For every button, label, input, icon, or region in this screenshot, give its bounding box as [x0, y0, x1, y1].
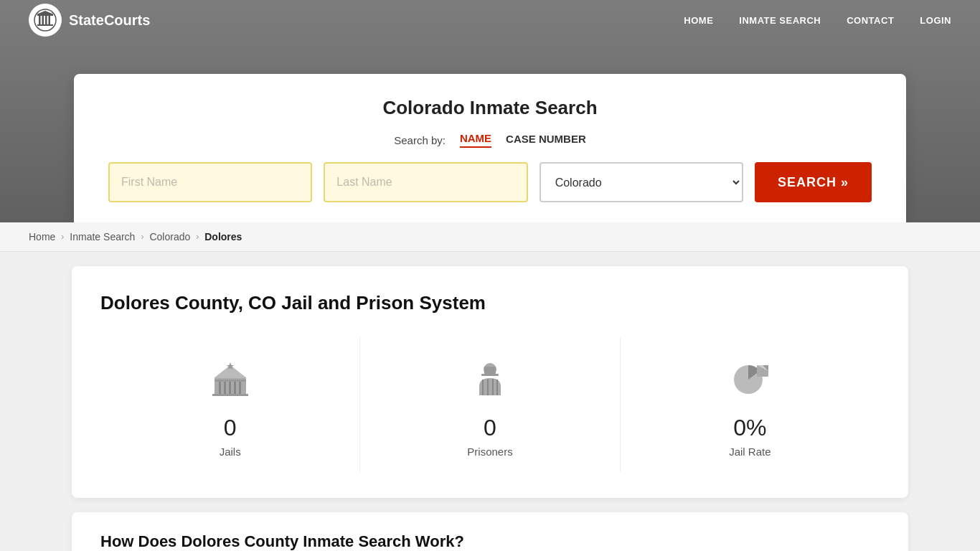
search-by-row: Search by: NAME CASE NUMBER: [108, 132, 872, 148]
nav-links: HOME INMATE SEARCH CONTACT LOGIN: [684, 15, 951, 26]
jail-rate-icon: [725, 354, 775, 405]
search-button[interactable]: SEARCH »: [755, 162, 872, 202]
breadcrumb: Home › Inmate Search › Colorado › Dolore…: [0, 222, 980, 252]
search-inputs-row: Colorado Alabama Alaska Arizona Arkansas…: [108, 162, 872, 202]
content-card-bottom: How Does Dolores County Inmate Search Wo…: [72, 512, 908, 551]
breadcrumb-current: Dolores: [204, 231, 242, 242]
navigation: StateCourts HOME INMATE SEARCH CONTACT L…: [0, 0, 980, 40]
svg-rect-5: [45, 16, 47, 24]
breadcrumb-state[interactable]: Colorado: [149, 231, 190, 242]
stat-jail-rate: 0% Jail Rate: [621, 337, 880, 472]
svg-rect-1: [37, 24, 53, 26]
svg-rect-13: [239, 381, 241, 395]
stat-prisoners: 0 Prisoners: [360, 337, 620, 472]
first-name-input[interactable]: [108, 162, 312, 202]
stat-prisoners-label: Prisoners: [467, 446, 512, 458]
svg-rect-4: [42, 16, 44, 24]
stat-jails: 0 Jails: [100, 337, 360, 472]
search-card: Colorado Inmate Search Search by: NAME C…: [74, 74, 906, 222]
logo-icon: [29, 4, 62, 37]
stat-jail-rate-label: Jail Rate: [729, 446, 771, 458]
breadcrumb-sep-3: ›: [196, 232, 199, 242]
content-card-main: Dolores County, CO Jail and Prison Syste…: [72, 266, 908, 498]
stat-prisoners-value: 0: [484, 415, 496, 441]
content-bottom-title: How Does Dolores County Inmate Search Wo…: [100, 532, 880, 551]
breadcrumb-inmate-search[interactable]: Inmate Search: [70, 231, 135, 242]
nav-home[interactable]: HOME: [684, 15, 713, 26]
jail-icon: [205, 354, 255, 405]
svg-rect-9: [219, 381, 221, 395]
svg-rect-10: [224, 381, 226, 395]
content-main-title: Dolores County, CO Jail and Prison Syste…: [100, 292, 880, 314]
svg-rect-20: [484, 367, 496, 374]
search-card-wrapper: Colorado Inmate Search Search by: NAME C…: [74, 74, 906, 222]
breadcrumb-sep-2: ›: [141, 232, 143, 242]
tab-name[interactable]: NAME: [460, 132, 491, 148]
search-title: Colorado Inmate Search: [108, 97, 872, 119]
main-content: Dolores County, CO Jail and Prison Syste…: [0, 252, 980, 551]
svg-rect-12: [234, 381, 236, 395]
svg-rect-19: [481, 374, 499, 376]
stats-row: 0 Jails: [100, 337, 880, 472]
svg-rect-3: [39, 16, 41, 24]
svg-rect-14: [215, 380, 246, 382]
svg-rect-15: [212, 394, 248, 396]
stat-jail-rate-value: 0%: [733, 415, 766, 441]
last-name-input[interactable]: [324, 162, 527, 202]
logo-link[interactable]: StateCourts: [29, 4, 150, 37]
tab-case-number[interactable]: CASE NUMBER: [506, 133, 586, 147]
svg-rect-6: [49, 16, 51, 24]
stat-jails-label: Jails: [220, 446, 241, 458]
svg-rect-11: [229, 381, 231, 395]
nav-login[interactable]: LOGIN: [920, 15, 951, 26]
breadcrumb-home[interactable]: Home: [29, 231, 55, 242]
search-by-label: Search by:: [394, 134, 446, 146]
nav-contact[interactable]: CONTACT: [847, 15, 894, 26]
nav-inmate-search[interactable]: INMATE SEARCH: [739, 15, 821, 26]
svg-rect-2: [37, 14, 53, 16]
header: COURTHOUSE StateCourts: [0, 0, 980, 222]
stat-jails-value: 0: [224, 415, 237, 441]
logo-text: StateCourts: [69, 12, 150, 29]
breadcrumb-sep-1: ›: [61, 232, 64, 242]
state-select[interactable]: Colorado Alabama Alaska Arizona Arkansas…: [540, 162, 743, 202]
prisoner-icon: [465, 354, 515, 405]
